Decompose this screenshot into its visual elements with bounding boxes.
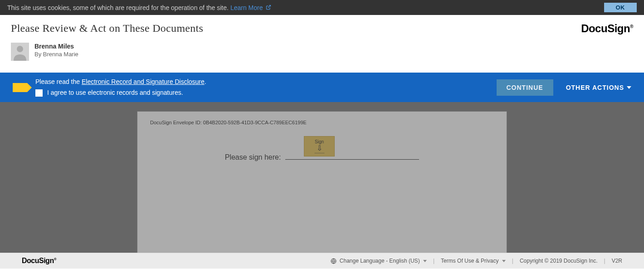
- cookie-ok-button[interactable]: OK: [604, 3, 637, 12]
- caret-down-icon: [502, 260, 506, 262]
- envelope-id: DocuSign Envelope ID: 0B4B2020-592B-41D3…: [150, 120, 494, 125]
- globe-icon: [331, 258, 337, 264]
- document-page: DocuSign Envelope ID: 0B4B2020-592B-41D3…: [137, 111, 507, 253]
- header-left: Please Review & Act on These Documents B…: [11, 22, 581, 61]
- svg-line-0: [268, 5, 271, 8]
- footer-brand: DocuSign®: [22, 257, 56, 265]
- cookie-message: This site uses cookies, some of which ar…: [7, 4, 229, 11]
- sign-tag-label: Sign: [315, 139, 324, 144]
- version-text: V2R: [612, 258, 622, 264]
- footer-separator: |: [433, 258, 434, 264]
- disclosure-suffix: .: [205, 78, 206, 85]
- signature-line: [285, 159, 419, 160]
- disclosure-line: Please read the Electronic Record and Si…: [35, 77, 206, 87]
- disclosure-link[interactable]: Electronic Record and Signature Disclosu…: [82, 78, 205, 85]
- sender-by: By Brenna Marie: [34, 51, 78, 58]
- sign-region: Sign ⇩ Please sign here:: [150, 153, 494, 161]
- brand-logo: DocuSign®: [581, 22, 633, 35]
- cookie-banner: This site uses cookies, some of which ar…: [0, 0, 644, 15]
- page-title: Please Review & Act on These Documents: [11, 22, 581, 34]
- disclosure-prefix: Please read the: [35, 78, 82, 85]
- sender-row: Brenna Miles By Brenna Marie: [11, 43, 581, 61]
- sign-here-tag[interactable]: Sign ⇩: [304, 136, 335, 157]
- cookie-text: This site uses cookies, some of which ar…: [7, 4, 271, 11]
- agree-checkbox[interactable]: [35, 89, 43, 97]
- cookie-learn-more-link[interactable]: Learn More: [230, 4, 263, 11]
- svg-point-1: [17, 46, 23, 52]
- sender-name: Brenna Miles: [34, 43, 78, 50]
- footer-separator: |: [604, 258, 605, 264]
- action-bar-right: CONTINUE OTHER ACTIONS: [497, 79, 632, 96]
- other-actions-label: OTHER ACTIONS: [566, 84, 624, 91]
- action-bar: Please read the Electronic Record and Si…: [0, 73, 644, 102]
- avatar: [11, 43, 29, 61]
- sender-info: Brenna Miles By Brenna Marie: [34, 43, 78, 58]
- footer-separator: |: [512, 258, 513, 264]
- change-language-label: Change Language - English (US): [340, 258, 420, 264]
- caret-down-icon: [423, 260, 427, 262]
- agree-row: I agree to use electronic records and si…: [35, 88, 206, 98]
- continue-button[interactable]: CONTINUE: [497, 79, 553, 96]
- change-language-dropdown[interactable]: Change Language - English (US): [331, 258, 427, 264]
- sign-tag-arrow-icon: ⇩: [315, 145, 324, 153]
- footer-right: Change Language - English (US) | Terms O…: [331, 258, 623, 264]
- document-viewer[interactable]: DocuSign Envelope ID: 0B4B2020-592B-41D3…: [0, 102, 644, 253]
- sign-prompt: Please sign here:: [225, 153, 281, 161]
- ribbon-arrow-icon: [13, 83, 27, 92]
- footer: DocuSign® Change Language - English (US)…: [0, 253, 644, 269]
- terms-dropdown[interactable]: Terms Of Use & Privacy: [441, 258, 506, 264]
- agree-text: I agree to use electronic records and si…: [47, 88, 183, 98]
- external-link-icon: [266, 4, 271, 11]
- copyright-text: Copyright © 2019 DocuSign Inc.: [520, 258, 598, 264]
- terms-label: Terms Of Use & Privacy: [441, 258, 498, 264]
- disclosure-block: Please read the Electronic Record and Si…: [35, 77, 206, 98]
- caret-down-icon: [627, 86, 631, 89]
- other-actions-dropdown[interactable]: OTHER ACTIONS: [566, 84, 631, 91]
- action-bar-left: Please read the Electronic Record and Si…: [13, 77, 206, 98]
- header: Please Review & Act on These Documents B…: [0, 15, 644, 73]
